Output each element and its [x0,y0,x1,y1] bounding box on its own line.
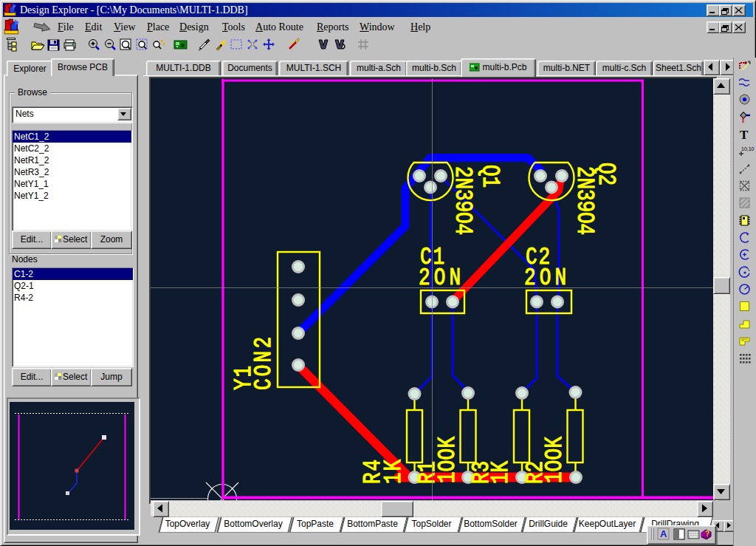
svg-text:2N39O4: 2N39O4 [571,166,599,235]
svg-text:T: T [740,128,749,142]
svg-text:2N39O4: 2N39O4 [449,166,477,235]
svg-text:1OOK: 1OOK [540,436,568,483]
svg-text:Q1: Q1 [476,165,504,188]
svg-text:1OOK: 1OOK [433,436,461,483]
svg-text:?: ? [705,530,709,538]
svg-text:10,10: 10,10 [741,146,755,151]
svg-text:A: A [660,528,667,539]
svg-text:1K: 1K [487,460,515,484]
